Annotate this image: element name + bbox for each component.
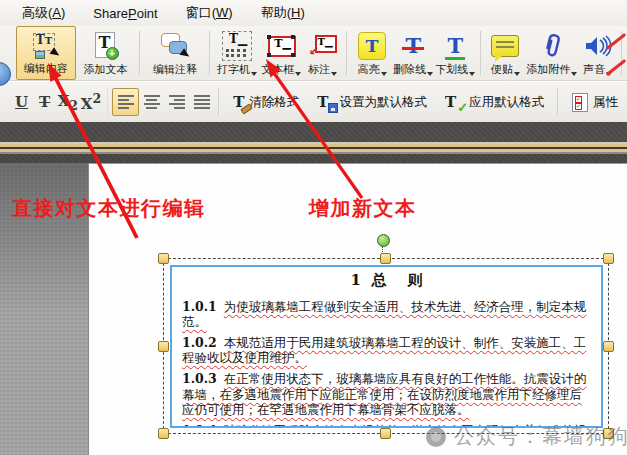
align-justify-button[interactable] xyxy=(189,89,214,115)
strikeout-label: 删除线 xyxy=(393,62,426,77)
menu-mnemonic: W xyxy=(216,5,228,20)
textbox-label: 文本框 xyxy=(261,62,294,77)
clause-text: 本规范适用于民用建筑玻璃幕墙工程的设计、制作、安装施工、工程验收以及使用维护。 xyxy=(182,335,586,366)
doc-paragraph: 1.0.2本规范适用于民用建筑玻璃幕墙工程的设计、制作、安装施工、工程验收以及使… xyxy=(182,335,591,366)
menu-sharepoint[interactable]: SharePoint xyxy=(79,2,171,25)
menu-label: 窗口( xyxy=(186,5,216,20)
textbox-icon: T▁ xyxy=(267,35,295,57)
resize-handle-mid-left[interactable] xyxy=(158,341,169,352)
menu-label: ) xyxy=(300,5,304,20)
edit-annotation-icon xyxy=(160,32,190,60)
resize-handle-mid-right[interactable] xyxy=(603,341,614,352)
subscript-button[interactable]: X2 xyxy=(56,92,79,113)
doc-paragraph: 1.0.1为使玻璃幕墙工程做到安全适用、技术先进、经济合理，制定本规范。 xyxy=(182,299,591,330)
set-default-format-button[interactable]: T设置为默认格式 xyxy=(308,93,436,111)
menu-bar: 高级(A) SharePoint 窗口(W) 帮助(H) xyxy=(0,0,627,26)
clause-number: 1.0.2 xyxy=(182,335,217,350)
subscript-base: X xyxy=(58,92,70,110)
superscript-base: X xyxy=(81,95,93,113)
main-toolbar: TT 编辑内容 T + 添加文本 编辑注释 T▁ xyxy=(0,26,627,81)
resize-handle-bottom-center[interactable] xyxy=(380,428,391,439)
align-right-icon xyxy=(169,95,185,109)
edit-content-label: 编辑内容 xyxy=(24,61,68,76)
page-shadow xyxy=(0,163,88,313)
menu-label: Share xyxy=(93,6,128,21)
apply-default-format-label: 应用默认格式 xyxy=(469,94,544,111)
highlight-icon: T xyxy=(358,32,386,60)
callout-label: 标注 xyxy=(308,62,330,77)
superscript-num: 2 xyxy=(92,91,101,106)
dropdown-arrow-icon[interactable] xyxy=(331,72,337,79)
attach-file-label: 添加附件 xyxy=(526,62,570,77)
toolbar-separator xyxy=(346,31,348,75)
superscript-button[interactable]: X2 xyxy=(79,91,102,113)
underline-format-button[interactable]: U xyxy=(10,93,33,111)
clear-format-label: 清除格式 xyxy=(249,94,299,111)
menu-mnemonic: A xyxy=(52,5,61,20)
editable-text-block[interactable]: 1 总 则 1.0.1为使玻璃幕墙工程做到安全适用、技术先进、经济合理，制定本规… xyxy=(170,265,603,428)
dropdown-arrow-icon[interactable] xyxy=(295,72,301,79)
align-center-button[interactable] xyxy=(139,89,164,115)
resize-handle-top-right[interactable] xyxy=(603,253,614,264)
menu-label: 高级( xyxy=(22,5,52,20)
callout-icon: T▁ ↙ xyxy=(309,34,337,58)
apply-default-format-icon: T✓ xyxy=(445,93,456,111)
align-center-icon xyxy=(144,95,160,109)
toolbar-separator xyxy=(557,88,559,116)
underline-tool-button[interactable]: T 下划线 xyxy=(434,26,476,80)
add-text-button[interactable]: T + 添加文本 xyxy=(76,26,136,80)
doc-heading: 1 总 则 xyxy=(182,273,591,289)
properties-icon: ✓✓ xyxy=(572,93,588,112)
watermark: 公众号：幕墙狗狗 xyxy=(426,423,627,450)
attach-file-button[interactable]: 添加附件 xyxy=(525,26,579,80)
doc-paragraph: 1.0.3在正常使用状态下，玻璃幕墙应具有良好的工作性能。抗震设计的幕墙，在多遇… xyxy=(182,371,591,418)
dropdown-arrow-icon[interactable] xyxy=(469,72,475,79)
menu-help[interactable]: 帮助(H) xyxy=(247,0,319,26)
textbox-button[interactable]: T▁ 文本框 xyxy=(259,26,303,80)
edit-content-button[interactable]: TT 编辑内容 xyxy=(16,26,76,80)
apply-default-format-button[interactable]: T✓应用默认格式 xyxy=(436,93,553,111)
underline-tool-label: 下划线 xyxy=(435,62,468,77)
panel-divider-bands xyxy=(0,122,627,163)
callout-button[interactable]: T▁ ↙ 标注 xyxy=(303,26,342,80)
underline-tool-icon: T xyxy=(443,33,467,59)
properties-button[interactable]: ✓✓属性 xyxy=(563,93,627,112)
clear-format-button[interactable]: T清除格式 xyxy=(224,93,308,111)
dropdown-arrow-icon[interactable] xyxy=(571,72,577,79)
align-right-button[interactable] xyxy=(164,89,189,115)
note-button[interactable]: 便贴 xyxy=(486,26,525,80)
strikeout-button[interactable]: T 删除线 xyxy=(392,26,434,80)
toolbar-separator xyxy=(480,31,482,75)
clause-text: 为使玻璃幕墙工程做到安全适用、技术先进、经济合理，制定本规范。 xyxy=(182,299,586,330)
add-text-icon: T + xyxy=(93,32,119,60)
toolbar-separator xyxy=(218,88,220,116)
dropdown-arrow-icon[interactable] xyxy=(251,72,257,79)
menu-window[interactable]: 窗口(W) xyxy=(172,0,247,26)
dropdown-arrow-icon[interactable] xyxy=(514,72,520,79)
menu-label: ) xyxy=(61,5,65,20)
toolbar-separator xyxy=(139,31,141,75)
watermark-text: 公众号：幕墙狗狗 xyxy=(454,423,627,450)
menu-advanced[interactable]: 高级(A) xyxy=(8,0,79,26)
dropdown-arrow-icon[interactable] xyxy=(427,72,433,79)
align-left-button[interactable] xyxy=(112,88,139,116)
resize-handle-top-center[interactable] xyxy=(380,253,391,264)
resize-handle-top-left[interactable] xyxy=(158,253,169,264)
highlight-label: 高亮 xyxy=(358,62,380,77)
subscript-num: 2 xyxy=(69,98,78,113)
clause-number: 1.0.4 xyxy=(182,423,217,428)
highlight-button[interactable]: T 高亮 xyxy=(352,26,392,80)
strikethrough-format-button[interactable]: T xyxy=(33,93,56,111)
format-toolbar: U T X2 X2 T清除格式 T设置为默认格式 T✓应用默认格式 ✓✓属性 xyxy=(0,81,627,123)
edit-annotation-button[interactable]: 编辑注释 xyxy=(145,26,205,80)
dropdown-arrow-icon[interactable] xyxy=(381,72,387,79)
menu-label: ) xyxy=(228,5,232,20)
paperclip-icon xyxy=(541,33,563,59)
menu-label: oint xyxy=(137,6,158,21)
app-window: 高级(A) SharePoint 窗口(W) 帮助(H) TT 编辑内容 T +… xyxy=(0,0,627,455)
clause-number: 1.0.3 xyxy=(182,371,217,386)
resize-handle-bottom-left[interactable] xyxy=(158,428,169,439)
add-text-annotation: 增加新文本 xyxy=(309,195,417,222)
typewriter-button[interactable]: T▁ 打字机 xyxy=(215,26,259,80)
rotation-handle[interactable] xyxy=(377,234,390,247)
